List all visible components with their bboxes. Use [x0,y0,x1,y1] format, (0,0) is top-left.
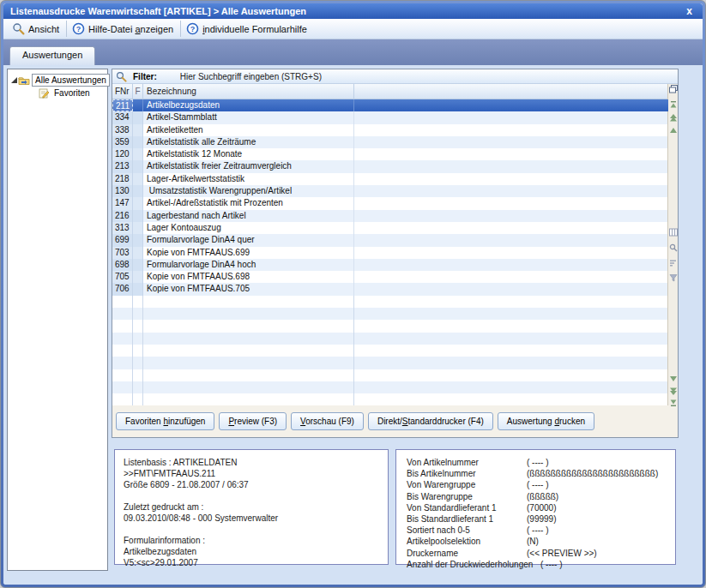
table-row[interactable]: 120 Artikelstatistik 12 Monate [112,148,668,160]
cell-empty [354,247,668,259]
cell-empty [354,283,668,295]
cell-fnr: 698 [112,259,133,271]
magnifier-icon [12,22,25,35]
filter-icon[interactable] [669,273,678,282]
cell-bezeichnung: Lager Kontoauszug [143,222,354,234]
list-container: Filter: FNr F Bezeichnung 211 [112,69,679,438]
table-row[interactable]: 218 Lager-Artikelwertsstatistik [112,173,668,185]
parameter-value: (N) [527,536,539,547]
info-line [124,524,379,535]
tree-item[interactable]: Alle Auswertungen [8,74,107,87]
table-row[interactable]: 216 Lagerbestand nach Artikel [112,210,668,222]
expander-icon[interactable] [10,76,18,84]
filter-input[interactable] [180,72,540,81]
table-row[interactable]: 334 Artikel-Stammblatt [112,111,668,123]
cell-fnr: 216 [112,210,133,222]
table-row[interactable]: 703 Kopie von FMTFAAUS.699 [112,247,668,259]
table-side-toolbar [667,84,678,405]
table-row[interactable]: 338 Artikeletiketten [112,124,668,136]
cell-bezeichnung: Artikeletiketten [143,124,354,136]
tab-auswertungen[interactable]: Auswertungen [9,46,95,65]
cell-empty [354,259,668,271]
scroll-page-up-icon[interactable] [669,113,678,122]
toolbar-button[interactable]: ? Hilfe-Datei anzeigen [66,21,180,37]
parameter-row: Sortiert nach 0-5 ( ---- ) [407,525,665,536]
scroll-first-icon[interactable] [669,100,678,109]
cell-bezeichnung: Artikel-/Adreßstatistik mit Prozenten [143,197,354,209]
cell-bezeichnung: Artikelstatistik 12 Monate [143,148,354,160]
cell-f [133,247,143,259]
parameter-label: Bis Standardlieferant 1 [407,513,527,525]
cell-empty [354,210,668,222]
table-row[interactable]: 706 Kopie von FMTFAAUS.705 [112,283,668,295]
action-button[interactable]: Direkt/Standarddrucker (F4) [368,412,493,430]
table-row[interactable]: 213 Artikelstatistik freier Zeitraumverg… [112,160,668,172]
toolbar-button-label: Hilfe-Datei anzeigen [88,24,173,34]
table-row[interactable]: 698 Formularvorlage DinA4 hoch [112,259,668,271]
table-row[interactable]: 130 Umsatzstatistik Warengruppen/Artikel [112,185,668,197]
cell-empty [354,222,668,234]
toolbar-button[interactable]: Ansicht [7,21,66,37]
parameter-label: Druckername [407,548,527,559]
cell-f [133,271,143,283]
cell-f [133,259,143,271]
table-row[interactable]: 211 Artikelbezugsdaten [112,99,668,111]
info-line: Formularinformation : [124,535,379,546]
action-button[interactable]: Preview (F3) [219,412,287,430]
parameter-row: Anzahl der Druckwiederholungen ( ---- ) [407,559,665,570]
toolbar: Ansicht ? Hilfe-Datei anzeigen ? individ [3,19,703,39]
page: Alle Auswertungen Favoriten [3,65,703,585]
cell-bezeichnung: Artikel-Stammblatt [143,111,354,123]
cell-f [133,99,143,111]
cell-empty [354,136,668,148]
parameter-value: (ßßßßß) [527,491,558,502]
cell-fnr: 147 [112,197,133,209]
parameter-value: (99999) [527,513,556,525]
parameter-value: (70000) [527,502,556,513]
cell-fnr: 359 [112,136,133,148]
column-header-f[interactable]: F [133,84,143,99]
info-line: Zuletzt gedruckt am : [124,501,379,513]
svg-text:?: ? [76,25,81,33]
scroll-up-icon[interactable] [669,126,678,135]
action-button[interactable]: Vorschau (F9) [291,412,364,430]
parameter-value: ( ---- ) [527,559,563,570]
cell-fnr: 703 [112,247,133,259]
parameter-row: Bis Warengruppe (ßßßßß) [407,491,665,502]
cell-empty [354,111,668,123]
cell-bezeichnung: Formularvorlage DinA4 hoch [143,259,354,271]
column-header-bezeichnung[interactable]: Bezeichnung [143,84,354,99]
parameter-label: Von Standardlieferant 1 [407,502,527,513]
cell-fnr: 218 [112,173,133,185]
action-button[interactable]: Auswertung drucken [498,412,594,430]
table-row[interactable]: 699 Formularvorlage DinA4 quer [112,234,668,246]
scroll-last-icon[interactable] [669,399,678,407]
svg-text:?: ? [190,25,196,33]
scroll-page-down-icon[interactable] [669,387,678,396]
table-row[interactable]: 147 Artikel-/Adreßstatistik mit Prozente… [112,197,668,209]
scroll-down-icon[interactable] [669,375,678,383]
table-row[interactable]: 705 Kopie von FMTFAAUS.698 [112,271,668,283]
parameter-row: Artikelpoolselektion (N) [407,536,665,547]
column-chooser-icon[interactable] [669,85,678,93]
action-button[interactable]: Favoriten hinzufügen [116,412,214,430]
info-line: Artikelbezugsdaten [124,546,379,557]
title-bar: Listenausdrucke Warenwirtschaft [ARTIKEL… [3,3,703,19]
cell-f [133,185,143,197]
info-line: Listenbasis : ARTIKELDATEN [124,457,379,468]
info-line: >>FMT\FMTFAAUS.211 [124,468,379,479]
table-row[interactable]: 313 Lager Kontoauszug [112,222,668,234]
tree-item-label: Favoriten [51,87,93,99]
column-header-fnr[interactable]: FNr [112,84,133,99]
cell-bezeichnung: Lager-Artikelwertsstatistik [143,173,354,185]
close-button[interactable]: x [683,6,696,16]
cell-fnr: 705 [112,271,133,283]
toolbar-button[interactable]: ? individuelle Formularhilfe [180,21,314,37]
table-row[interactable]: 359 Artikelstatistik alle Zeiträume [112,136,668,148]
search-icon[interactable] [669,243,678,252]
cell-empty [354,160,668,172]
parameter-label: Von Artikelnummer [407,457,527,468]
tree-item[interactable]: Favoriten [8,87,107,99]
sort-icon[interactable] [669,259,678,267]
columns-icon[interactable] [669,228,678,237]
